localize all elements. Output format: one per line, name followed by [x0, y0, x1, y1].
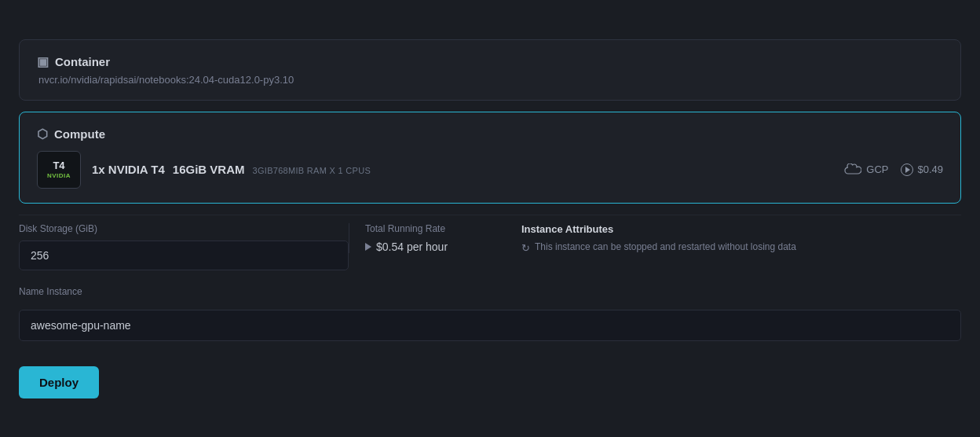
name-section: Name Instance	[19, 286, 961, 341]
disk-label: Disk Storage (GiB)	[19, 223, 349, 234]
disk-value: 256	[19, 241, 349, 270]
play-icon	[901, 163, 913, 176]
deploy-container: Deploy	[19, 352, 961, 398]
price-label: $0.49	[917, 163, 943, 175]
gpu-vram: 16GiB VRAM	[173, 163, 245, 176]
compute-info: 1x NVIDIA T4 16GiB VRAM 3GiB768MiB RAM x…	[92, 163, 371, 176]
provider-label: GCP	[866, 163, 888, 175]
price-badge: $0.49	[901, 163, 943, 176]
compute-header: ⬡ Compute	[37, 127, 943, 141]
compute-card: ⬡ Compute T4 NVIDIA 1x NVIDIA T4 16GiB V…	[19, 112, 961, 204]
deploy-button[interactable]: Deploy	[19, 366, 99, 398]
rate-play-icon	[365, 243, 371, 251]
cpu-icon: ⬡	[37, 127, 48, 141]
gpu-specs: 3GiB768MiB RAM x 1 CPUS	[253, 166, 371, 175]
container-card: ▣ Container nvcr.io/nvidia/rapidsai/note…	[19, 39, 961, 101]
name-input[interactable]	[19, 310, 961, 341]
rate-value: $0.54 per hour	[365, 241, 506, 253]
gpu-badge-label: T4	[53, 160, 64, 171]
attr-description: This instance can be stopped and restart…	[535, 241, 796, 252]
attributes-section: Instance Attributes ↻ This instance can …	[506, 223, 961, 254]
compute-right: GCP $0.49	[844, 163, 943, 176]
cloud-icon	[844, 163, 861, 176]
rate-label: Total Running Rate	[365, 223, 506, 234]
gpu-count: 1x NVIDIA T4	[92, 163, 165, 176]
attr-item: ↻ This instance can be stopped and resta…	[521, 241, 961, 254]
rate-section: Total Running Rate $0.54 per hour	[349, 223, 506, 253]
gcp-info: GCP	[844, 163, 888, 176]
container-title: Container	[55, 55, 110, 68]
attr-title: Instance Attributes	[521, 223, 961, 235]
gpu-badge-sub: NVIDIA	[47, 172, 71, 179]
container-icon: ▣	[37, 54, 49, 69]
container-path: nvcr.io/nvidia/rapidsai/notebooks:24.04-…	[38, 74, 943, 86]
compute-left: T4 NVIDIA 1x NVIDIA T4 16GiB VRAM 3GiB76…	[37, 151, 371, 189]
compute-body: T4 NVIDIA 1x NVIDIA T4 16GiB VRAM 3GiB76…	[37, 151, 943, 189]
container-header: ▣ Container	[37, 54, 943, 69]
name-label: Name Instance	[19, 286, 961, 297]
info-row: Disk Storage (GiB) 256 Total Running Rat…	[19, 215, 961, 270]
page-wrapper: ▣ Container nvcr.io/nvidia/rapidsai/note…	[19, 24, 961, 414]
disk-section: Disk Storage (GiB) 256	[19, 223, 349, 270]
compute-title: Compute	[54, 127, 105, 141]
gpu-badge: T4 NVIDIA	[37, 151, 81, 189]
rate-amount: $0.54 per hour	[376, 241, 448, 253]
refresh-icon: ↻	[521, 242, 530, 254]
play-triangle	[905, 167, 910, 173]
